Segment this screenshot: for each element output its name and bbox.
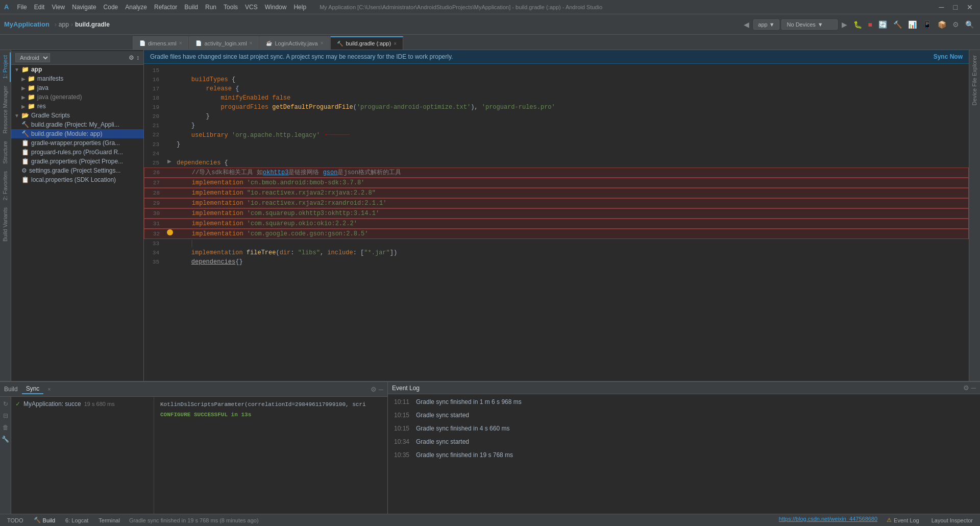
tree-item-build-gradle-project[interactable]: 🔨 build.gradle (Project: My_Appli... (11, 120, 143, 129)
profile-button[interactable]: 📊 (906, 19, 919, 30)
avd-button[interactable]: 📱 (921, 19, 934, 30)
logcat-tab[interactable]: 6: Logcat (62, 516, 91, 524)
tab-build-gradle[interactable]: 🔨 build.gradle (:app) × (330, 36, 403, 50)
build-status-tab[interactable]: 🔨 Build (31, 516, 58, 524)
event-log-status-tab[interactable]: ⚠ Event Log (884, 516, 922, 524)
java-gen-folder-icon: 📁 (28, 93, 35, 101)
tab-activity-login-close[interactable]: × (250, 40, 253, 46)
breadcrumb-file[interactable]: build.gradle (75, 21, 110, 28)
menu-help[interactable]: Help (293, 4, 306, 11)
maximize-button[interactable]: □ (950, 2, 961, 12)
build-log-text[interactable]: KotlinDslScriptsParameter(correlationId=… (154, 397, 387, 514)
tree-item-gradle-properties[interactable]: 📋 gradle.properties (Project Prope... (11, 157, 143, 166)
tab-dimens-close[interactable]: × (179, 40, 182, 46)
code-area[interactable]: 15 16 buildTypes { 17 release { 18 (144, 64, 969, 381)
sync-tab[interactable]: Sync (22, 384, 44, 394)
line-content-27: implementation 'cn.bmob.android:bmob-sdk… (175, 178, 968, 187)
status-url[interactable]: https://blog.csdn.net/weixin_447568680 (779, 516, 877, 524)
wrench-icon[interactable]: 🔧 (0, 434, 11, 444)
sdk-button[interactable]: 📦 (936, 19, 948, 30)
menu-file[interactable]: File (17, 4, 27, 11)
line-content-24 (175, 149, 969, 158)
build-log-line-1: KotlinDslScriptsParameter(correlationId=… (160, 400, 381, 409)
right-tab-device-file-explorer[interactable]: Device File Explorer (969, 52, 980, 108)
project-tool-tab[interactable]: 1: Project (0, 52, 11, 82)
sync-tab-close[interactable]: × (47, 387, 51, 392)
tab-login-activity-close[interactable]: × (321, 40, 324, 46)
search-button[interactable]: 🔍 (963, 19, 976, 30)
trash-icon[interactable]: 🗑 (1, 422, 10, 433)
menu-tools[interactable]: Tools (224, 4, 238, 11)
stop-button[interactable]: ■ (866, 19, 874, 30)
terminal-tab[interactable]: Terminal (95, 516, 123, 524)
event-log-minimize-icon[interactable]: ─ (971, 384, 976, 392)
tab-dimens[interactable]: 📄 dimens.xml × (133, 36, 188, 50)
tree-item-res[interactable]: ▶ 📁 res (11, 102, 143, 111)
resource-manager-tab[interactable]: Resource Manager (0, 83, 11, 137)
breadcrumb-app[interactable]: app (59, 21, 69, 28)
tree-item-gradle-wrapper[interactable]: 📋 gradle-wrapper.properties (Gra... (11, 138, 143, 148)
filter-icon[interactable]: ⊟ (2, 411, 10, 421)
menu-edit[interactable]: Edit (34, 4, 45, 11)
tree-item-build-gradle-app[interactable]: 🔨 build.gradle (Module: app) (11, 129, 143, 138)
line-num-19: 19 (144, 103, 164, 112)
menu-analyze[interactable]: Analyze (125, 4, 147, 11)
tree-item-gradle-scripts[interactable]: ▼ 📂 Gradle Scripts (11, 111, 143, 120)
build-tree-item[interactable]: ✓ MyApplication: succe 19 s 680 ms (11, 399, 154, 409)
build-minimize-icon[interactable]: ─ (379, 386, 383, 393)
line-content-34: implementation fileTree(dir: "libs", inc… (175, 248, 969, 257)
tab-login-activity[interactable]: ☕ LoginActivity.java × (259, 36, 330, 50)
tree-item-manifests[interactable]: ▶ 📁 manifests (11, 74, 143, 83)
build-log-line-3: CONFIGURE SUCCESSFUL in 13s (160, 410, 381, 419)
event-log-settings-icon[interactable]: ⚙ (963, 384, 969, 392)
build-button[interactable]: 🔨 (891, 19, 904, 30)
build-settings-icon[interactable]: ⚙ (371, 386, 377, 393)
layout-inspector-tab[interactable]: Layout Inspector (928, 516, 976, 524)
sync-now-button[interactable]: Sync Now (934, 53, 963, 60)
sync-message: Gradle files have changed since last pro… (150, 53, 453, 60)
run-button[interactable]: ▶ (840, 19, 849, 30)
menu-run[interactable]: Run (205, 4, 216, 11)
tree-item-gradle-scripts-label: Gradle Scripts (31, 112, 70, 119)
menu-code[interactable]: Code (104, 4, 118, 11)
menu-window[interactable]: Window (265, 4, 287, 11)
build-variants-tab[interactable]: Build Variants (0, 204, 11, 245)
menu-view[interactable]: View (52, 4, 65, 11)
settings-button[interactable]: ⚙ (950, 19, 961, 30)
minimize-button[interactable]: ─ (936, 2, 947, 12)
tree-item-local-properties[interactable]: 📋 local.properties (SDK Location) (11, 175, 143, 184)
tab-login-activity-label: LoginActivity.java (275, 40, 317, 46)
tree-collapse-icon[interactable]: ↕ (136, 54, 139, 61)
view-dropdown[interactable]: Android Project (15, 53, 50, 62)
tree-item-app[interactable]: ▼ 📁 app (11, 65, 143, 74)
todo-tab[interactable]: TODO (4, 516, 27, 524)
tab-activity-login[interactable]: 📄 activity_login.xml × (189, 36, 259, 50)
tree-item-settings-gradle[interactable]: ⚙ settings.gradle (Project Settings... (11, 166, 143, 175)
back-button[interactable]: ◀ (742, 19, 751, 30)
line-num-31: 31 (144, 219, 165, 228)
tree-item-java-generated[interactable]: ▶ 📁 java (generated) (11, 92, 143, 102)
tree-item-java[interactable]: ▶ 📁 java (11, 83, 143, 92)
structure-tab[interactable]: Structure (0, 138, 11, 167)
devices-dropdown-button[interactable]: No Devices ▼ (781, 19, 838, 30)
tree-settings-icon[interactable]: ⚙ (129, 54, 134, 61)
sync-button[interactable]: 🔄 (876, 19, 889, 30)
tab-build-gradle-close[interactable]: × (394, 41, 397, 46)
manifests-arrow-icon: ▶ (21, 76, 26, 82)
debug-button[interactable]: 🐛 (851, 19, 864, 30)
fold-icon[interactable]: ▶ (167, 158, 172, 164)
menu-navigate[interactable]: Navigate (72, 4, 96, 11)
close-button[interactable]: ✕ (964, 2, 976, 12)
tab-dimens-icon: 📄 (139, 40, 145, 46)
tree-item-proguard[interactable]: 📋 proguard-rules.pro (ProGuard R... (11, 148, 143, 157)
breadcrumb: › app › build.gradle (55, 21, 110, 28)
menu-build[interactable]: Build (184, 4, 198, 11)
restart-icon[interactable]: ↻ (2, 399, 10, 409)
menu-vcs[interactable]: VCS (245, 4, 258, 11)
menu-refactor[interactable]: Refactor (154, 4, 177, 11)
line-num-20: 20 (144, 112, 164, 121)
app-dropdown-button[interactable]: app ▼ (753, 19, 779, 30)
favorites-tab[interactable]: 2: Favorites (0, 168, 11, 203)
line-content-31: implementation 'com.squareup.okio:okio:2… (175, 219, 968, 228)
event-log-content[interactable]: 10:11 Gradle sync finished in 1 m 6 s 96… (388, 394, 980, 514)
